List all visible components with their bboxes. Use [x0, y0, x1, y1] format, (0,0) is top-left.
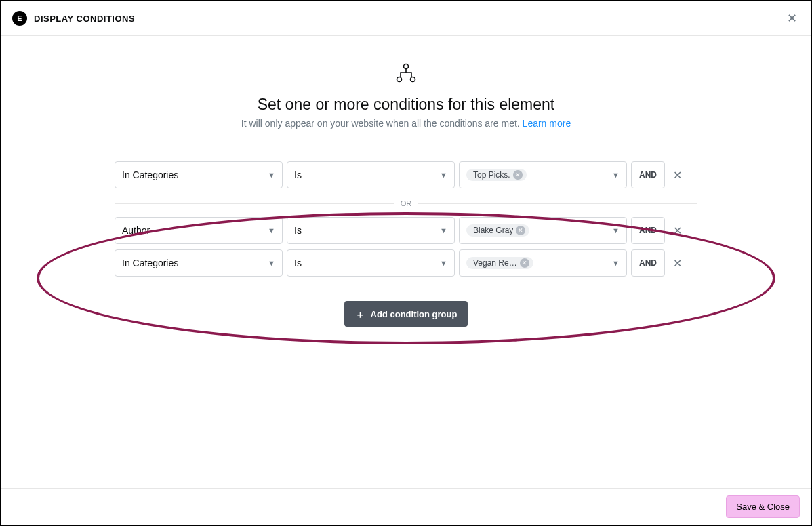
- chevron-down-icon: ▼: [612, 259, 620, 267]
- chevron-down-icon: ▼: [268, 226, 275, 235]
- condition-type-select[interactable]: Author ▼: [115, 217, 283, 244]
- remove-row-icon[interactable]: ✕: [669, 257, 685, 270]
- or-label: OR: [394, 199, 419, 207]
- chip-label: Top Picks.: [473, 170, 510, 180]
- elementor-icon: E: [12, 11, 27, 26]
- chevron-down-icon: ▼: [440, 259, 447, 267]
- chip-remove-icon[interactable]: ✕: [513, 170, 523, 180]
- chevron-down-icon: ▼: [440, 226, 447, 235]
- chevron-down-icon: ▼: [612, 171, 620, 179]
- chevron-down-icon: ▼: [440, 171, 447, 179]
- logic-toggle[interactable]: AND: [631, 249, 665, 277]
- condition-type-select[interactable]: In Categories ▼: [115, 161, 283, 188]
- svg-point-1: [397, 77, 402, 82]
- value-select[interactable]: Vegan Re… ✕ ▼: [459, 249, 627, 277]
- chevron-down-icon: ▼: [268, 259, 275, 267]
- condition-row: In Categories ▼ Is ▼ Vegan Re… ✕ ▼ AND ✕: [115, 249, 697, 277]
- add-condition-group-button[interactable]: ＋ Add condition group: [344, 301, 468, 327]
- remove-row-icon[interactable]: ✕: [669, 169, 685, 182]
- remove-row-icon[interactable]: ✕: [669, 224, 685, 237]
- chevron-down-icon: ▼: [612, 226, 620, 235]
- modal-footer: Save & Close: [1, 488, 811, 525]
- page-subtitle: It will only appear on your website when…: [241, 118, 571, 129]
- conditions-area: In Categories ▼ Is ▼ Top Picks. ✕ ▼ AND …: [115, 161, 697, 327]
- operator-select[interactable]: Is ▼: [287, 249, 455, 277]
- operator-select[interactable]: Is ▼: [287, 161, 455, 188]
- value-chip: Vegan Re… ✕: [466, 257, 533, 269]
- select-value: Is: [294, 225, 302, 236]
- chip-remove-icon[interactable]: ✕: [516, 226, 525, 235]
- select-value: Author: [122, 225, 150, 236]
- save-close-button[interactable]: Save & Close: [726, 495, 800, 518]
- select-value: In Categories: [122, 169, 178, 180]
- or-separator: OR: [115, 199, 697, 207]
- condition-type-select[interactable]: In Categories ▼: [115, 249, 283, 277]
- chip-label: Blake Gray: [473, 226, 513, 235]
- chip-remove-icon[interactable]: ✕: [520, 258, 529, 268]
- select-value: Is: [294, 258, 302, 268]
- learn-more-link[interactable]: Learn more: [523, 118, 571, 129]
- plus-icon: ＋: [355, 309, 365, 319]
- condition-row: Author ▼ Is ▼ Blake Gray ✕ ▼ AND ✕: [115, 217, 697, 244]
- chevron-down-icon: ▼: [268, 171, 275, 179]
- modal-title: DISPLAY CONDITIONS: [34, 14, 135, 24]
- chip-label: Vegan Re…: [473, 258, 517, 268]
- value-chip: Top Picks. ✕: [466, 169, 527, 181]
- operator-select[interactable]: Is ▼: [287, 217, 455, 244]
- svg-point-2: [411, 77, 415, 82]
- select-value: Is: [294, 169, 302, 180]
- logic-toggle[interactable]: AND: [631, 161, 665, 188]
- select-value: In Categories: [122, 258, 178, 268]
- modal-header: E DISPLAY CONDITIONS ✕: [1, 1, 811, 36]
- logic-toggle[interactable]: AND: [631, 217, 665, 244]
- subtitle-text: It will only appear on your website when…: [241, 118, 523, 129]
- value-chip: Blake Gray ✕: [466, 224, 529, 237]
- page-title: Set one or more conditions for this elem…: [258, 96, 555, 114]
- value-select[interactable]: Top Picks. ✕ ▼: [459, 161, 627, 188]
- add-button-label: Add condition group: [371, 309, 458, 319]
- value-select[interactable]: Blake Gray ✕ ▼: [459, 217, 627, 244]
- modal-body: Set one or more conditions for this elem…: [1, 36, 811, 488]
- close-icon[interactable]: ✕: [784, 9, 800, 27]
- svg-point-0: [404, 64, 409, 69]
- condition-row: In Categories ▼ Is ▼ Top Picks. ✕ ▼ AND …: [115, 161, 697, 188]
- conditions-hero-icon: [394, 63, 418, 86]
